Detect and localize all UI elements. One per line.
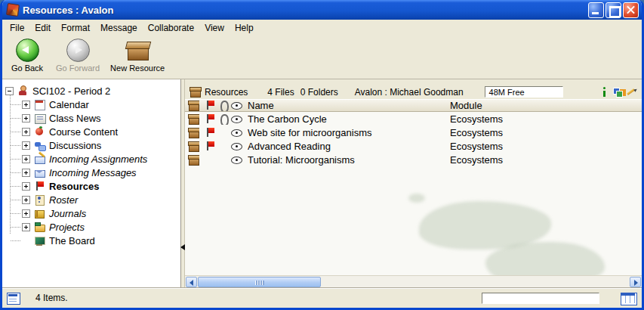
- module-column-header[interactable]: Module: [450, 100, 642, 111]
- menu-file[interactable]: File: [5, 21, 29, 35]
- tree-item-discussions[interactable]: Discussions: [2, 138, 180, 152]
- attachment-column-icon[interactable]: [217, 100, 229, 111]
- pencil-icon[interactable]: [626, 86, 637, 98]
- scroll-right-arrow-icon[interactable]: [630, 277, 641, 287]
- files-count: 4 Files: [267, 87, 294, 98]
- tree-item-incoming-assignments[interactable]: Incoming Assignments: [2, 152, 180, 166]
- expand-icon[interactable]: [22, 114, 30, 122]
- status-grid-icon[interactable]: [621, 293, 636, 304]
- tree-item-journals[interactable]: Journals: [2, 206, 180, 220]
- eye-column-icon[interactable]: [231, 100, 242, 111]
- main-area: SCI102 - Period 2 Calendar Class News Co…: [2, 79, 642, 287]
- free-space-indicator: 48M Free: [485, 86, 563, 98]
- resource-row-advanced-reading[interactable]: Advanced Reading Ecosystems: [185, 139, 642, 153]
- expand-icon[interactable]: [22, 101, 30, 109]
- menu-bar: File Edit Format Message Collaborate Vie…: [2, 20, 642, 36]
- menu-edit[interactable]: Edit: [29, 21, 56, 35]
- resource-row-the-carbon-cycle[interactable]: The Carbon Cycle Ecosystems: [185, 112, 642, 126]
- menu-help[interactable]: Help: [230, 21, 259, 35]
- tree-item-resources[interactable]: Resources: [2, 179, 180, 193]
- stack-icon[interactable]: [612, 86, 624, 98]
- tree-root-course[interactable]: SCI102 - Period 2: [2, 84, 180, 98]
- menu-collaborate[interactable]: Collaborate: [143, 21, 199, 35]
- calendar-icon: [34, 99, 45, 110]
- minimize-button[interactable]: [588, 2, 604, 18]
- tree-list: Calendar Class News Course Content Discu…: [2, 98, 180, 247]
- projects-icon: [34, 222, 45, 233]
- resource-name: Web site for microorganisms: [248, 127, 450, 138]
- tree-item-label: Resources: [49, 181, 99, 192]
- expand-icon[interactable]: [22, 223, 30, 231]
- resource-row-web-site-for-microorganisms[interactable]: Web site for microorganisms Ecosystems: [185, 126, 642, 139]
- resource-module: Ecosystems: [450, 141, 642, 152]
- forward-icon: [66, 39, 90, 62]
- name-column-header[interactable]: Name: [248, 100, 450, 111]
- expand-icon[interactable]: [22, 196, 30, 204]
- list-area: The Carbon Cycle Ecosystems Web site for…: [185, 112, 642, 275]
- tree-item-label: Discussions: [49, 140, 101, 151]
- window-title: Resources : Avalon: [23, 5, 587, 16]
- resource-module: Ecosystems: [450, 154, 642, 166]
- status-calendar-icon[interactable]: [7, 293, 20, 304]
- resource-list: The Carbon Cycle Ecosystems Web site for…: [185, 112, 642, 166]
- expand-icon[interactable]: [22, 209, 30, 218]
- eye-icon: [231, 113, 242, 125]
- list-column-header: Name Module: [185, 99, 642, 112]
- tree-item-class-news[interactable]: Class News: [2, 111, 180, 125]
- eye-icon: [231, 141, 242, 152]
- tree-item-label: Roster: [49, 194, 78, 206]
- close-button[interactable]: [623, 2, 639, 18]
- menu-item-label: View: [205, 23, 224, 33]
- package-icon: [188, 154, 199, 166]
- owner-label: Avalon : Michael Goodman: [355, 87, 464, 98]
- tree-item-label: Journals: [49, 208, 86, 219]
- panel-header-icons: [599, 86, 637, 98]
- panel-top: Resources 4 Files 0 Folders Avalon : Mic…: [185, 79, 642, 99]
- go-back-button[interactable]: Go Back: [5, 37, 49, 77]
- collapse-icon[interactable]: [5, 87, 14, 95]
- menu-view[interactable]: View: [199, 21, 230, 35]
- scrollbar-thumb[interactable]: [198, 277, 321, 287]
- resources-panel: Resources 4 Files 0 Folders Avalon : Mic…: [184, 79, 642, 287]
- tree-item-the-board[interactable]: The Board: [2, 234, 180, 247]
- expand-icon[interactable]: [22, 141, 30, 150]
- expand-icon[interactable]: [22, 182, 30, 191]
- menu-item-label: Collaborate: [148, 23, 194, 33]
- tree-item-incoming-messages[interactable]: Incoming Messages: [2, 166, 180, 179]
- flag-column-icon[interactable]: [205, 100, 216, 111]
- flag-icon: [205, 113, 216, 125]
- tree-item-label: Projects: [49, 222, 85, 233]
- tree-item-course-content[interactable]: Course Content: [2, 125, 180, 138]
- menu-message[interactable]: Message: [95, 21, 143, 35]
- expand-icon[interactable]: [22, 169, 30, 177]
- flag-icon: [205, 127, 216, 138]
- tree-item-calendar[interactable]: Calendar: [2, 98, 180, 111]
- incoming-assignments-icon: [34, 153, 45, 165]
- course-content-icon: [34, 126, 45, 138]
- package-column-icon[interactable]: [188, 100, 199, 111]
- panel-splitter[interactable]: [181, 79, 184, 287]
- info-icon[interactable]: [599, 86, 610, 98]
- scroll-left-arrow-icon[interactable]: [186, 277, 197, 287]
- incoming-messages-icon: [34, 167, 45, 178]
- board-icon: [34, 235, 45, 246]
- tree-item-roster[interactable]: Roster: [2, 193, 180, 206]
- back-icon: [15, 39, 39, 62]
- panel-title: Resources: [205, 87, 248, 98]
- new-resource-button[interactable]: New Resource: [106, 37, 168, 77]
- expand-icon[interactable]: [22, 155, 30, 163]
- menu-format[interactable]: Format: [56, 21, 95, 35]
- app-icon[interactable]: [6, 3, 20, 17]
- roster-icon: [34, 194, 45, 206]
- resource-row-tutorial-microorganisms[interactable]: Tutorial: Microorganisms Ecosystems: [185, 153, 642, 166]
- horizontal-scrollbar[interactable]: [185, 275, 642, 287]
- menu-item-label: Edit: [35, 23, 51, 33]
- tree-item-label: Class News: [49, 113, 101, 124]
- expand-icon[interactable]: [22, 128, 30, 136]
- go-forward-button[interactable]: Go Forward: [52, 37, 103, 77]
- discussions-icon: [34, 140, 45, 151]
- toolbar-button-label: Go Forward: [56, 64, 100, 73]
- status-input-field[interactable]: [482, 293, 599, 304]
- maximize-button[interactable]: [605, 2, 621, 18]
- tree-item-projects[interactable]: Projects: [2, 220, 180, 234]
